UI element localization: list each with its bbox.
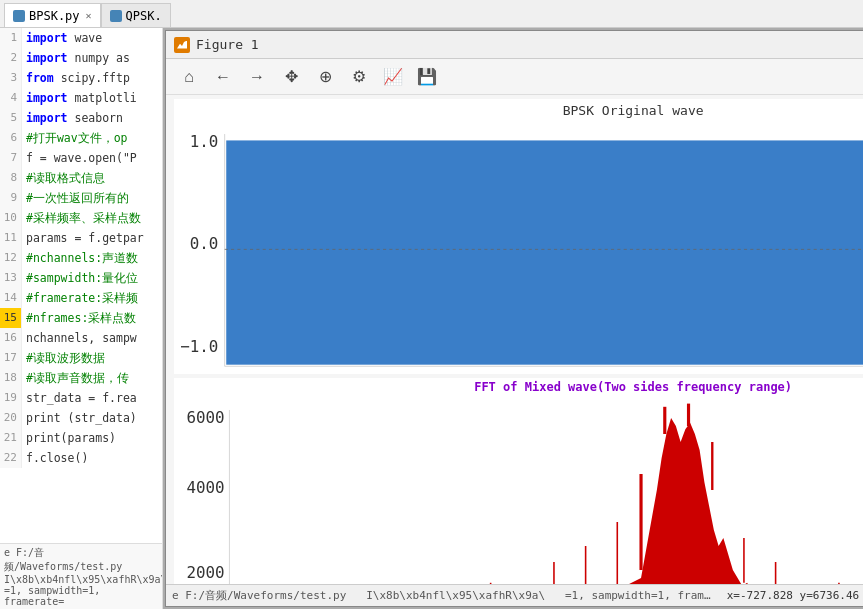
line-2: 2 import numpy as	[0, 48, 162, 68]
figure-app-icon	[174, 37, 190, 53]
line-1: 1 import wave	[0, 28, 162, 48]
svg-text:5.0: 5.0	[462, 372, 488, 374]
line-10: 10 #采样频率、采样点数	[0, 208, 162, 228]
svg-text:−1.0: −1.0	[180, 337, 218, 356]
settings-button[interactable]: ⚙	[344, 63, 374, 91]
line-14: 14 #framerate:采样频	[0, 288, 162, 308]
tab-qpsk-label: QPSK.	[126, 9, 162, 23]
line-17: 17 #读取波形数据	[0, 348, 162, 368]
tab-bpsk[interactable]: BPSK.py ✕	[4, 3, 101, 27]
line-7: 7 f = wave.open("P	[0, 148, 162, 168]
chart1-svg: 1.0 0.0 −1.0 0.0 2.5 5.	[174, 118, 863, 374]
tab-qpsk[interactable]: QPSK.	[101, 3, 171, 27]
svg-text:2.5: 2.5	[337, 372, 363, 374]
svg-text:4000: 4000	[187, 478, 225, 497]
chart2-svg: 0 2000 4000 6000	[174, 394, 863, 584]
svg-text:7.5: 7.5	[585, 372, 611, 374]
svg-text:6000: 6000	[187, 408, 225, 427]
svg-text:10.0: 10.0	[705, 372, 739, 374]
forward-button[interactable]: →	[242, 63, 272, 91]
status-path: e F:/音频/Waveforms/test.py I\x8b\xb4nfl\x…	[172, 588, 711, 603]
status-bar: e F:/音频/Waveforms/test.py I\x8b\xb4nfl\x…	[166, 584, 863, 606]
charts-area: BPSK Original wave 1.0 0.0 −1.0	[166, 95, 863, 584]
editor-bottom-path: e F:/音频/Waveforms/test.py I\x8b\xb4nfl\x…	[0, 543, 162, 609]
svg-text:0.0: 0.0	[190, 234, 219, 253]
chart2-svg-wrapper[interactable]: 0 2000 4000 6000	[174, 394, 863, 584]
line-5: 5 import seaborn	[0, 108, 162, 128]
line-3: 3 from scipy.fftp	[0, 68, 162, 88]
line-8: 8 #读取格式信息	[0, 168, 162, 188]
figure-toolbar: ⌂ ← → ✥ ⊕ ⚙ 📈 💾	[166, 59, 863, 95]
zoom-button[interactable]: ⊕	[310, 63, 340, 91]
editor-pane: 1 import wave 2 import numpy as 3 from s…	[0, 28, 163, 609]
python-icon-2	[110, 10, 122, 22]
line-16: 16 nchannels, sampw	[0, 328, 162, 348]
tab-bar: BPSK.py ✕ QPSK.	[0, 0, 863, 28]
chart1-container: BPSK Original wave 1.0 0.0 −1.0	[174, 99, 863, 374]
status-coords: x=-727.828 y=6736.46	[727, 589, 859, 602]
line-6: 6 #打开wav文件，op	[0, 128, 162, 148]
line-9: 9 #一次性返回所有的	[0, 188, 162, 208]
plot-button[interactable]: 📈	[378, 63, 408, 91]
code-lines: 1 import wave 2 import numpy as 3 from s…	[0, 28, 162, 543]
chart1-svg-wrapper[interactable]: 1.0 0.0 −1.0 0.0 2.5 5.	[174, 118, 863, 374]
save-button[interactable]: 💾	[412, 63, 442, 91]
svg-text:2000: 2000	[187, 563, 225, 582]
svg-text:0.0: 0.0	[213, 372, 239, 374]
main-content: 1 import wave 2 import numpy as 3 from s…	[0, 28, 863, 609]
figure-title: Figure 1	[196, 37, 259, 52]
line-22: 22 f.close()	[0, 448, 162, 468]
tab-bpsk-label: BPSK.py	[29, 9, 80, 23]
line-4: 4 import matplotli	[0, 88, 162, 108]
line-13: 13 #sampwidth:量化位	[0, 268, 162, 288]
svg-text:1.0: 1.0	[190, 132, 219, 151]
line-20: 20 print (str_data)	[0, 408, 162, 428]
figure-window: Figure 1 ─ □ ✕ ⌂ ← → ✥ ⊕ ⚙ 📈 💾 BPSK Orig…	[165, 30, 863, 607]
pan-button[interactable]: ✥	[276, 63, 306, 91]
svg-rect-5	[226, 140, 863, 364]
chart2-title: FFT of Mixed wave(Two sides frequency ra…	[174, 378, 863, 394]
python-icon	[13, 10, 25, 22]
back-button[interactable]: ←	[208, 63, 238, 91]
svg-text:12.5: 12.5	[830, 372, 863, 374]
chart2-container: FFT of Mixed wave(Two sides frequency ra…	[174, 378, 863, 584]
line-19: 19 str_data = f.rea	[0, 388, 162, 408]
line-12: 12 #nchannels:声道数	[0, 248, 162, 268]
tab-close-bpsk[interactable]: ✕	[86, 10, 92, 21]
figure-titlebar: Figure 1 ─ □ ✕	[166, 31, 863, 59]
line-18: 18 #读取声音数据，传	[0, 368, 162, 388]
line-15: 15 #nframes:采样点数	[0, 308, 162, 328]
line-21: 21 print(params)	[0, 428, 162, 448]
line-11: 11 params = f.getpar	[0, 228, 162, 248]
home-button[interactable]: ⌂	[174, 63, 204, 91]
chart1-title: BPSK Original wave	[174, 99, 863, 118]
